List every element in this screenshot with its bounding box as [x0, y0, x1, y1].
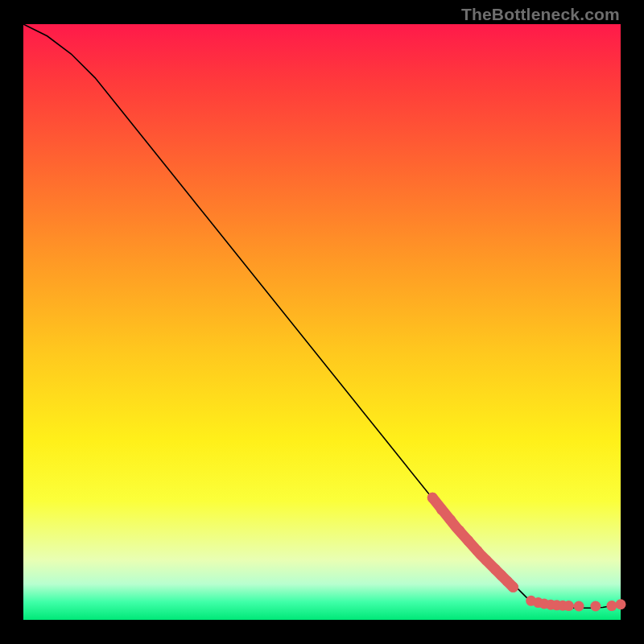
highlight-dot [564, 601, 574, 611]
highlight-dot [574, 601, 584, 611]
highlight-dot [481, 555, 492, 566]
highlight-dot [472, 546, 482, 556]
highlight-dot [463, 535, 473, 546]
watermark-text: TheBottleneck.com [461, 5, 620, 24]
highlight-dot [445, 514, 456, 525]
highlight-dot [590, 601, 601, 611]
curve-line [23, 24, 621, 608]
highlight-dot [454, 526, 464, 536]
highlight-dot [508, 582, 518, 592]
highlight-dot [616, 599, 626, 609]
highlight-dot [606, 601, 617, 611]
highlight-dots-group [427, 493, 626, 612]
highlight-dot [436, 505, 447, 515]
highlight-dot [427, 493, 438, 503]
chart-overlay [23, 24, 621, 620]
